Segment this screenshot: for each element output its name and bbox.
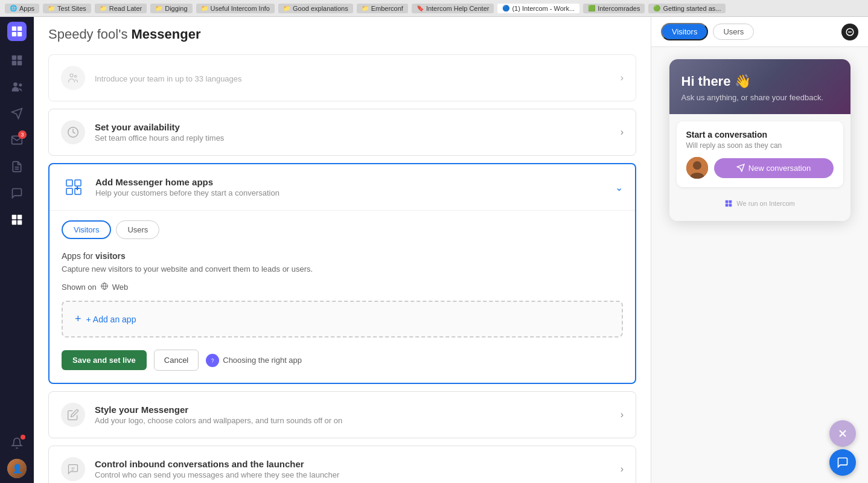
browser-tab-read-later[interactable]: 📁 Read Later — [95, 4, 147, 13]
section-introduce-team-header[interactable]: Introduce your team in up to 33 language… — [49, 55, 636, 101]
sidebar: 3 — [0, 17, 34, 483]
control-inbound-icon — [61, 457, 85, 481]
section-control-inbound: Control inbound conversations and the la… — [48, 446, 636, 483]
tab-icon-getting-started: 🟢 — [653, 5, 660, 11]
choosing-right-app-link[interactable]: Choosing the right app — [206, 354, 302, 367]
messenger-widget: Hi there 👋 Ask us anything, or share you… — [669, 59, 850, 221]
tab-icon-read-later: 📁 — [100, 5, 107, 11]
browser-tab-intercom-work[interactable]: 🔵 (1) Intercom - Work... — [497, 4, 579, 13]
messenger-apps-tabs: Visitors Users — [62, 220, 623, 239]
add-app-box[interactable]: + + Add an app — [62, 301, 623, 337]
fab-chat-button[interactable] — [829, 449, 856, 476]
introduce-team-info: Introduce your team in up to 33 language… — [95, 73, 611, 83]
control-inbound-desc: Control who can send you messages and wh… — [95, 470, 611, 479]
apps-for-text: Apps for visitors — [62, 251, 623, 261]
svg-rect-37 — [726, 204, 729, 207]
svg-point-18 — [75, 75, 77, 77]
introduce-team-chevron: › — [621, 72, 624, 83]
sidebar-item-notifications[interactable] — [5, 431, 29, 455]
style-messenger-title: Style your Messenger — [95, 405, 611, 415]
messenger-apps-info: Add Messenger home apps Help your custom… — [95, 177, 605, 197]
sidebar-item-contacts[interactable] — [5, 75, 29, 99]
sidebar-item-reports[interactable] — [5, 155, 29, 179]
browser-tab-apps[interactable]: 🌐 Apps — [5, 4, 39, 13]
style-messenger-desc: Add your logo, choose colors and wallpap… — [95, 416, 611, 425]
messenger-apps-chevron[interactable]: ⌄ — [615, 182, 623, 193]
fab-close-button[interactable] — [829, 420, 856, 447]
shown-on: Shown on Web — [62, 282, 623, 292]
browser-tab-intercom-help[interactable]: 🔖 Intercom Help Center — [412, 4, 494, 13]
conv-avatar — [686, 157, 708, 179]
preview-tabs: Visitors Users — [651, 17, 868, 47]
section-availability-header[interactable]: Set your availability Set team office ho… — [49, 109, 636, 155]
section-style-messenger-header[interactable]: Style your Messenger Add your logo, choo… — [49, 392, 636, 438]
svg-rect-4 — [12, 56, 17, 60]
conv-action: New conversation — [686, 157, 834, 179]
sidebar-item-messages[interactable] — [5, 101, 29, 126]
help-icon — [206, 354, 219, 367]
control-inbound-title: Control inbound conversations and the la… — [95, 459, 611, 469]
section-control-inbound-header[interactable]: Control inbound conversations and the la… — [49, 446, 636, 483]
svg-marker-34 — [737, 164, 744, 171]
tab-icon-apps: 🌐 — [10, 5, 17, 11]
conv-avatar-img — [686, 157, 708, 179]
svg-rect-21 — [75, 180, 81, 186]
svg-rect-7 — [18, 61, 22, 66]
tab-icon-intercomrades: 🟩 — [588, 5, 595, 11]
svg-point-17 — [70, 74, 73, 77]
inbox-badge: 3 — [18, 130, 27, 139]
conv-sub: Will reply as soon as they can — [686, 141, 834, 150]
preview-tab-users[interactable]: Users — [713, 24, 754, 40]
svg-rect-35 — [726, 200, 729, 203]
action-bar: Save and set live Cancel Choosing the ri… — [62, 350, 623, 371]
availability-info: Set your availability Set team office ho… — [95, 122, 611, 142]
section-messenger-apps-header[interactable]: Add Messenger home apps Help your custom… — [49, 164, 635, 210]
powered-by: We run on Intercom — [677, 193, 843, 214]
preview-panel: Visitors Users Hi there 👋 Ask us anythin… — [651, 17, 868, 483]
sidebar-logo[interactable] — [7, 22, 27, 41]
browser-tab-intercomrades[interactable]: 🟩 Intercomrades — [583, 4, 645, 13]
add-app-label: + Add an app — [86, 315, 136, 324]
sidebar-item-apps[interactable] — [5, 208, 29, 232]
svg-rect-22 — [66, 188, 72, 194]
browser-tab-test-sites[interactable]: 📁 Test Sites — [43, 4, 91, 13]
preview-close-icon[interactable] — [841, 24, 858, 40]
sidebar-item-conversations[interactable] — [5, 181, 29, 205]
browser-tab-useful[interactable]: 📁 Useful Intercom Info — [196, 4, 275, 13]
svg-rect-16 — [18, 220, 22, 225]
app-layout: 3 — [0, 17, 868, 483]
svg-rect-3 — [18, 32, 22, 36]
tab-icon-emberconf: 📁 — [362, 5, 369, 11]
preview-tab-visitors[interactable]: Visitors — [661, 23, 708, 40]
cancel-button[interactable]: Cancel — [154, 350, 199, 371]
svg-point-8 — [13, 83, 18, 87]
conv-title: Start a conversation — [686, 130, 834, 139]
messenger-body: Start a conversation Will reply as soon … — [669, 114, 850, 221]
introduce-team-icon — [61, 66, 85, 90]
control-inbound-info: Control inbound conversations and the la… — [95, 459, 611, 479]
save-set-live-button[interactable]: Save and set live — [62, 350, 147, 370]
availability-icon — [61, 120, 85, 144]
tab-icon-intercom-work: 🔵 — [502, 5, 509, 11]
browser-tab-getting-started[interactable]: 🟢 Getting started as... — [648, 4, 726, 13]
svg-rect-20 — [66, 180, 72, 186]
browser-tab-explanations[interactable]: 📁 Good explanations — [278, 4, 353, 13]
browser-tab-emberconf[interactable]: 📁 Emberconf — [357, 4, 408, 13]
page-title: Speedy fool's Messenger — [48, 27, 636, 42]
sidebar-item-home[interactable] — [5, 48, 29, 72]
new-conversation-button[interactable]: New conversation — [714, 158, 834, 178]
introduce-team-desc: Introduce your team in up to 33 language… — [95, 74, 611, 83]
tab-visitors[interactable]: Visitors — [62, 220, 111, 239]
svg-rect-6 — [12, 61, 17, 66]
tab-users[interactable]: Users — [116, 220, 159, 239]
sidebar-user-avatar[interactable]: 👤 — [7, 459, 27, 478]
svg-rect-2 — [12, 32, 16, 36]
tab-icon-useful: 📁 — [201, 5, 208, 11]
messenger-sub: Ask us anything, or share your feedback. — [681, 93, 838, 102]
sidebar-item-inbox[interactable]: 3 — [5, 128, 29, 152]
conversation-card: Start a conversation Will reply as soon … — [677, 121, 843, 187]
svg-rect-1 — [18, 27, 22, 31]
web-icon — [100, 282, 109, 292]
browser-tab-digging[interactable]: 📁 Digging — [150, 4, 192, 13]
svg-rect-13 — [12, 215, 17, 220]
